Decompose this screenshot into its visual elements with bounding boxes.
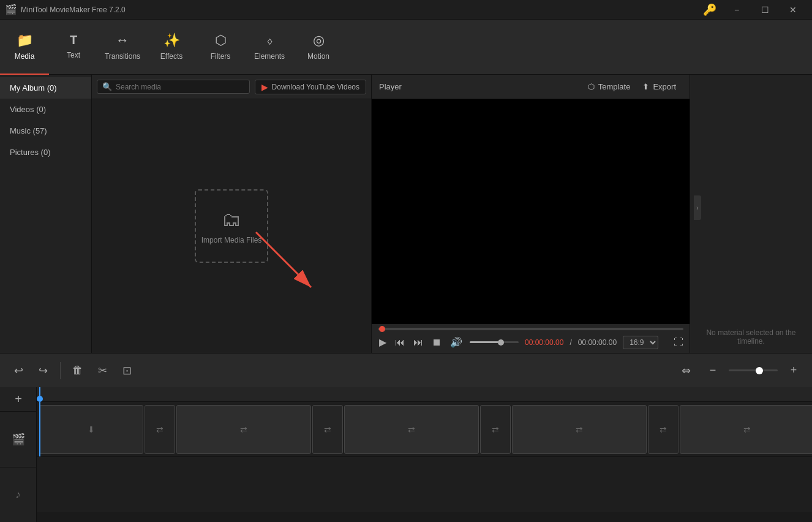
main-area: My Album (0) Videos (0) Music (57) Pictu…	[0, 75, 812, 353]
toolbar-motion-label: Motion	[307, 52, 329, 61]
transition-icon-4: ⇄	[408, 425, 415, 434]
transition-icon-6: ⇄	[576, 425, 583, 434]
fullscreen-button[interactable]: ⛶	[674, 337, 683, 348]
toolbar-separator-1	[60, 362, 61, 379]
prev-frame-button[interactable]: ⏮	[394, 336, 406, 349]
controls-row: ▶ ⏮ ⏭ ⏹ 🔊 00:00:00.00 / 00:00:00.00 16:9…	[378, 335, 683, 349]
effects-icon: ✨	[164, 32, 180, 48]
time-current: 00:00:00.00	[525, 338, 563, 347]
search-icon: 🔍	[102, 82, 112, 91]
timeline-transition-1[interactable]: ⇄	[145, 405, 175, 454]
app-icon: 🎬	[5, 4, 17, 15]
timeline: + 🎬 ♪ ⬇ ⇄ ⇄ ⇄	[0, 387, 812, 522]
add-track-button[interactable]: +	[0, 387, 37, 412]
youtube-icon: ▶	[261, 82, 268, 92]
clip-import-icon: ⬇	[88, 425, 95, 434]
volume-fill	[470, 341, 499, 343]
sidebar-item-music[interactable]: Music (57)	[0, 120, 91, 142]
sidebar-my-album-label: My Album (0)	[10, 83, 57, 93]
text-icon: T	[70, 33, 77, 47]
zoom-area: ⇔ − +	[675, 360, 805, 382]
toolbar-media-label: Media	[15, 52, 35, 61]
toolbar-item-media[interactable]: 📁 Media	[0, 20, 49, 75]
sidebar-videos-label: Videos (0)	[10, 105, 46, 114]
minimize-button[interactable]: −	[723, 0, 751, 20]
zoom-plus-button[interactable]: +	[783, 360, 805, 382]
export-button[interactable]: ⬆ Export	[636, 80, 682, 94]
sidebar-pictures-label: Pictures (0)	[10, 148, 50, 157]
sidebar-item-pictures[interactable]: Pictures (0)	[0, 142, 91, 163]
zoom-minus-button[interactable]: −	[702, 360, 724, 382]
collapse-button[interactable]: ›	[694, 195, 701, 220]
title-bar: 🎬 MiniTool MovieMaker Free 7.2.0 🔑 − ☐ ✕	[0, 0, 812, 20]
audio-track	[37, 457, 812, 512]
timeline-clip-1[interactable]: ⬇	[39, 405, 143, 454]
media-content: 🗂 Import Media Files	[92, 99, 371, 353]
import-arrow	[250, 226, 372, 300]
import-media-box[interactable]: 🗂 Import Media Files	[195, 189, 268, 263]
player-title: Player	[379, 82, 582, 91]
toolbar-text-label: Text	[67, 51, 80, 59]
toolbar-item-motion[interactable]: ◎ Motion	[294, 20, 343, 75]
import-folder-icon: 🗂	[222, 208, 241, 231]
sidebar-item-my-album[interactable]: My Album (0)	[0, 77, 91, 99]
transitions-icon: ↔	[116, 32, 129, 48]
timeline-clip-3[interactable]: ⇄	[344, 405, 479, 454]
playhead-video	[39, 402, 40, 456]
sidebar-item-videos[interactable]: Videos (0)	[0, 99, 91, 120]
toolbar-effects-label: Effects	[160, 52, 182, 61]
player-header: Player ⬡ Template ⬆ Export	[372, 75, 690, 99]
pin-icon[interactable]: 🔑	[703, 3, 716, 17]
playhead[interactable]	[39, 387, 40, 401]
properties-panel: › No material selected on the timeline.	[690, 75, 812, 353]
volume-button[interactable]: 🔊	[449, 335, 464, 349]
aspect-ratio-select[interactable]: 16:9 9:16 4:3 1:1	[623, 336, 658, 349]
motion-icon: ◎	[313, 32, 325, 48]
download-youtube-button[interactable]: ▶ Download YouTube Videos	[255, 80, 366, 94]
play-button[interactable]: ▶	[378, 335, 388, 349]
export-icon: ⬆	[642, 82, 649, 91]
timeline-clip-2[interactable]: ⇄	[176, 405, 311, 454]
close-button[interactable]: ✕	[779, 0, 807, 20]
timeline-clip-4[interactable]: ⇄	[512, 405, 647, 454]
player-panel: Player ⬡ Template ⬆ Export ▶ ⏮ ⏭ ⏹ 🔊	[371, 75, 690, 353]
zoom-slider[interactable]	[729, 369, 778, 371]
transition-icon-1: ⇄	[156, 425, 164, 434]
delete-button[interactable]: 🗑	[67, 360, 89, 382]
media-toolbar: 🔍 ▶ Download YouTube Videos	[92, 75, 371, 99]
cut-button[interactable]: ✂	[91, 360, 113, 382]
transition-icon-5: ⇄	[492, 425, 499, 434]
undo-button[interactable]: ↩	[7, 360, 29, 382]
timeline-transition-4[interactable]: ⇄	[648, 405, 679, 454]
timeline-transition-3[interactable]: ⇄	[480, 405, 511, 454]
volume-dot	[498, 339, 504, 346]
restore-button[interactable]: ☐	[751, 0, 779, 20]
crop-button[interactable]: ⊡	[116, 360, 138, 382]
toolbar-item-effects[interactable]: ✨ Effects	[147, 20, 196, 75]
progress-bar[interactable]	[378, 328, 683, 330]
stop-button[interactable]: ⏹	[430, 336, 443, 349]
volume-bar[interactable]	[470, 341, 519, 343]
toolbar-item-text[interactable]: T Text	[49, 20, 98, 75]
toolbar-transitions-label: Transitions	[105, 52, 140, 61]
search-input[interactable]	[116, 83, 244, 91]
template-icon: ⬡	[588, 82, 595, 91]
playhead-marker	[37, 396, 43, 402]
next-frame-button[interactable]: ⏭	[412, 336, 424, 349]
template-button[interactable]: ⬡ Template	[582, 80, 637, 94]
audio-icon: ♪	[15, 488, 21, 501]
toolbar-item-filters[interactable]: ⬡ Filters	[196, 20, 245, 75]
audio-track-icon: ♪	[0, 467, 36, 523]
video-track: ⬇ ⇄ ⇄ ⇄ ⇄ ⇄ ⇄ ⇄ ⇄	[37, 402, 812, 457]
redo-button[interactable]: ↪	[32, 360, 54, 382]
timeline-ruler	[37, 387, 812, 402]
template-label: Template	[598, 82, 631, 91]
fit-button[interactable]: ⇔	[675, 360, 697, 382]
video-track-icon: 🎬	[0, 412, 36, 467]
search-box[interactable]: 🔍	[97, 80, 250, 94]
timeline-transition-2[interactable]: ⇄	[312, 405, 343, 454]
player-controls: ▶ ⏮ ⏭ ⏹ 🔊 00:00:00.00 / 00:00:00.00 16:9…	[372, 324, 690, 353]
timeline-clip-5[interactable]: ⇄	[680, 405, 812, 454]
toolbar-item-transitions[interactable]: ↔ Transitions	[98, 20, 147, 75]
toolbar-item-elements[interactable]: ⬨ Elements	[245, 20, 294, 75]
